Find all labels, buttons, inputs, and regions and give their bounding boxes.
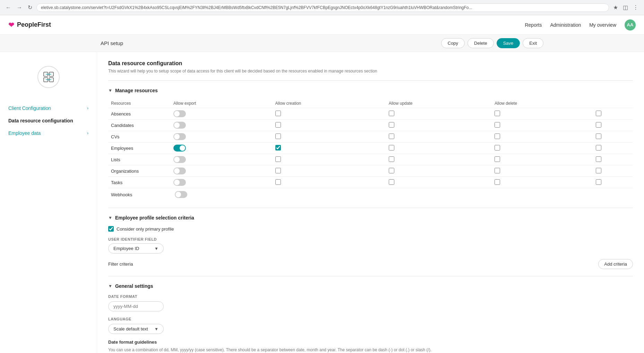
employee-profile-collapse[interactable]: ▼ Employee profile selection criteria: [108, 215, 633, 221]
logo: ❤ PeopleFirst: [8, 21, 51, 29]
language-dropdown[interactable]: Scale default text ▼: [108, 324, 164, 334]
sidebar-label-data: Data resource configuration: [8, 118, 73, 123]
employee-profile-label: Employee profile selection criteria: [115, 215, 194, 221]
resource-name: Lists: [108, 154, 171, 165]
toggle-slider: [173, 122, 186, 129]
sidebar-label-client: Client Configuration: [8, 105, 51, 111]
forward-button[interactable]: →: [15, 3, 24, 12]
add-criteria-button[interactable]: Add criteria: [598, 259, 633, 269]
checkbox-export-employees[interactable]: [275, 145, 281, 150]
nav-my-overview[interactable]: My overview: [589, 22, 616, 28]
primary-profile-label: Consider only primary profile: [117, 226, 174, 232]
checkbox-creation-candidates[interactable]: [389, 122, 394, 128]
webhooks-toggle[interactable]: [175, 191, 187, 198]
save-button[interactable]: Save: [497, 38, 520, 48]
checkbox-update-candidates[interactable]: [495, 122, 500, 128]
sidebar-icon: [37, 66, 60, 88]
resource-creation-cell: [386, 165, 492, 177]
collapse-arrow-icon-3: ▼: [108, 284, 112, 289]
toggle-slider: [173, 145, 186, 152]
avatar[interactable]: AA: [625, 19, 636, 31]
checkbox-update-organizations[interactable]: [495, 168, 500, 173]
logo-heart-icon: ❤: [8, 21, 14, 29]
checkbox-update-lists[interactable]: [495, 156, 500, 162]
resource-toggle-cell: [171, 143, 273, 154]
toggle-cvs[interactable]: [173, 133, 186, 140]
checkbox-update-absences[interactable]: [495, 111, 500, 116]
resource-creation-cell: [386, 120, 492, 131]
guidelines-title: Date format guidelines: [108, 339, 633, 345]
resource-creation-cell: [386, 143, 492, 154]
checkbox-update-tasks[interactable]: [495, 179, 500, 185]
section-divider-2: [108, 208, 633, 208]
checkbox-delete-tasks[interactable]: [596, 179, 601, 185]
sidebar-item-client-configuration[interactable]: Client Configuration ›: [0, 102, 97, 114]
toggle-employees[interactable]: [173, 145, 186, 152]
checkbox-export-candidates[interactable]: [275, 122, 281, 128]
date-format-input[interactable]: [108, 301, 164, 311]
resource-name: Tasks: [108, 177, 171, 188]
checkbox-export-organizations[interactable]: [275, 168, 281, 173]
resource-export-cell: [273, 177, 386, 188]
resource-toggle-cell: [171, 120, 273, 131]
menu-button[interactable]: ⋮: [632, 3, 640, 12]
content-area: Data resource configuration This wizard …: [97, 52, 644, 353]
section-divider-1: [108, 80, 633, 81]
table-row: Absences: [108, 108, 633, 120]
copy-button[interactable]: Copy: [441, 38, 465, 48]
table-row: Employees: [108, 143, 633, 154]
checkbox-delete-employees[interactable]: [596, 145, 601, 150]
checkbox-export-tasks[interactable]: [275, 179, 281, 185]
checkbox-delete-candidates[interactable]: [596, 122, 601, 128]
extensions-button[interactable]: ◫: [621, 3, 629, 12]
reload-button[interactable]: ↻: [26, 3, 34, 12]
checkbox-delete-lists[interactable]: [596, 156, 601, 162]
delete-button[interactable]: Delete: [467, 38, 494, 48]
webhooks-label: Webhooks: [111, 192, 171, 197]
back-button[interactable]: ←: [4, 3, 12, 12]
checkbox-delete-organizations[interactable]: [596, 168, 601, 173]
user-identifier-dropdown[interactable]: Employee ID ▼: [108, 243, 164, 253]
toggle-absences[interactable]: [173, 110, 186, 117]
primary-profile-checkbox[interactable]: [108, 226, 114, 232]
toggle-lists[interactable]: [173, 156, 186, 163]
resource-export-cell: [273, 108, 386, 120]
bookmark-button[interactable]: ★: [612, 3, 619, 12]
manage-resources-collapse[interactable]: ▼ Manage resources: [108, 88, 633, 93]
sidebar-item-employee-data[interactable]: Employee data ›: [0, 127, 97, 139]
col-resources: Resources: [108, 99, 171, 108]
url-bar[interactable]: eletive.sb.catalystone.com/servlet?t=U2F…: [36, 3, 609, 12]
checkbox-creation-lists[interactable]: [389, 156, 394, 162]
webhooks-row: Webhooks: [108, 188, 633, 201]
nav-reports[interactable]: Reports: [525, 22, 542, 28]
checkbox-export-cvs[interactable]: [275, 134, 281, 139]
checkbox-delete-cvs[interactable]: [596, 134, 601, 139]
primary-profile-row: Consider only primary profile: [108, 226, 633, 232]
header-nav: Reports Administration My overview AA: [525, 19, 636, 31]
checkbox-export-lists[interactable]: [275, 156, 281, 162]
general-settings-collapse[interactable]: ▼ General settings: [108, 283, 633, 289]
toggle-slider: [173, 167, 186, 174]
resource-export-cell: [273, 131, 386, 143]
checkbox-creation-tasks[interactable]: [389, 179, 394, 185]
checkbox-delete-absences[interactable]: [596, 111, 601, 116]
checkbox-creation-cvs[interactable]: [389, 134, 394, 139]
sub-header: API setup Copy Delete Save Exit: [0, 35, 644, 52]
exit-button[interactable]: Exit: [523, 38, 543, 48]
table-row: CVs: [108, 131, 633, 143]
checkbox-update-cvs[interactable]: [495, 134, 500, 139]
sidebar-item-data-resource[interactable]: Data resource configuration: [0, 114, 97, 127]
nav-administration[interactable]: Administration: [550, 22, 581, 28]
resource-creation-cell: [386, 177, 492, 188]
checkbox-export-absences[interactable]: [275, 111, 281, 116]
col-creation: Allow creation: [273, 99, 386, 108]
checkbox-creation-absences[interactable]: [389, 111, 394, 116]
checkbox-creation-organizations[interactable]: [389, 168, 394, 173]
toggle-candidates[interactable]: [173, 122, 186, 129]
checkbox-update-employees[interactable]: [495, 145, 500, 150]
toggle-organizations[interactable]: [173, 167, 186, 174]
page-title: API setup: [101, 40, 123, 46]
toggle-tasks[interactable]: [173, 179, 186, 186]
checkbox-creation-employees[interactable]: [389, 145, 394, 150]
collapse-arrow-icon: ▼: [108, 88, 112, 93]
